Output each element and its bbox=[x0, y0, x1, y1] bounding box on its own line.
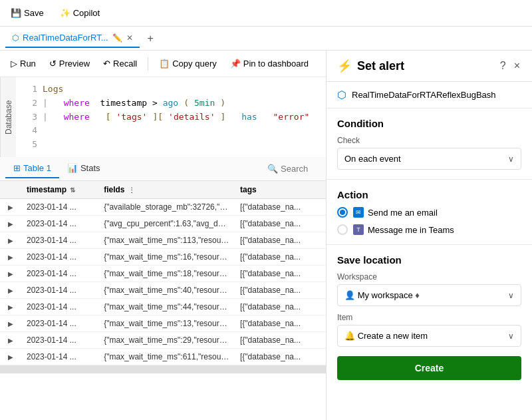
row-expand-icon[interactable]: ▶ bbox=[5, 253, 16, 262]
new-tab-button[interactable]: + bbox=[142, 30, 159, 47]
cell-tags: [{"database_na... bbox=[235, 248, 326, 265]
radio-teams[interactable]: T Message me in Teams bbox=[337, 224, 521, 235]
table-row: ▶ 2023-01-14 ... {"max_wait_time_ms":29,… bbox=[0, 331, 326, 348]
tab-icon: ⬡ bbox=[12, 33, 19, 43]
edit-tab-icon[interactable]: ✏️ bbox=[112, 33, 122, 43]
help-button[interactable]: ? bbox=[499, 59, 507, 73]
close-button[interactable]: × bbox=[513, 59, 521, 73]
col-tags[interactable]: tags bbox=[235, 181, 326, 199]
cell-tags: [{"database_na... bbox=[235, 198, 326, 215]
radio-teams-circle[interactable] bbox=[337, 224, 348, 235]
cell-tags: [{"database_na... bbox=[235, 315, 326, 331]
alert-lightning-icon: ⚡ bbox=[337, 59, 352, 73]
line-number: 4 bbox=[24, 124, 37, 138]
expand-cell[interactable]: ▶ bbox=[0, 215, 21, 232]
cell-fields: {"max_wait_time_ms":29,"resource_wait_..… bbox=[98, 331, 235, 348]
save-button[interactable]: 💾 Save bbox=[5, 5, 49, 21]
chevron-down-icon: ∨ bbox=[508, 154, 514, 164]
cell-fields: {"max_wait_time_ms":44,"resource_wait_..… bbox=[98, 298, 235, 315]
save-icon: 💾 bbox=[11, 8, 21, 18]
expand-cell[interactable]: ▶ bbox=[0, 265, 21, 282]
main-layout: ▷ Run ↺ Preview ↶ Recall 📋 Copy query 📌 … bbox=[0, 51, 532, 420]
code-line-2: 2 | where timestamp > ago(5min) bbox=[24, 97, 318, 110]
teams-icon: T bbox=[353, 224, 364, 235]
separator1 bbox=[148, 57, 148, 71]
row-expand-icon[interactable]: ▶ bbox=[5, 336, 16, 345]
tab-close-icon[interactable]: ✕ bbox=[126, 33, 133, 43]
col-timestamp[interactable]: timestamp ⇅ bbox=[21, 181, 98, 199]
expand-cell[interactable]: ▶ bbox=[0, 248, 21, 265]
create-button[interactable]: Create bbox=[337, 356, 521, 380]
expand-cell[interactable]: ▶ bbox=[0, 315, 21, 331]
expand-cell[interactable]: ▶ bbox=[0, 198, 21, 215]
tab-stats[interactable]: 📊 Stats bbox=[59, 159, 108, 178]
recall-button[interactable]: ↶ Recall bbox=[98, 56, 142, 71]
action-section: Action ✉ Send me an email T Message me i… bbox=[327, 180, 532, 235]
save-location-section: Save location Workspace 👤 My workspace ♦… bbox=[327, 245, 532, 347]
search-input[interactable] bbox=[281, 164, 321, 174]
cell-timestamp: 2023-01-14 ... bbox=[21, 348, 98, 365]
copy-query-button[interactable]: 📋 Copy query bbox=[154, 56, 221, 71]
pin-button[interactable]: 📌 Pin to dashboard bbox=[225, 56, 314, 71]
row-expand-icon[interactable]: ▶ bbox=[5, 303, 16, 312]
row-expand-icon[interactable]: ▶ bbox=[5, 220, 16, 228]
expand-cell[interactable]: ▶ bbox=[0, 282, 21, 298]
cell-timestamp: 2023-01-14 ... bbox=[21, 198, 98, 215]
resource-row: ⬡ RealTimeDataForRTAReflexBugBash bbox=[327, 82, 532, 108]
alert-header-icons: ? × bbox=[499, 59, 521, 73]
col-fields[interactable]: fields ⋮ bbox=[98, 181, 235, 199]
tab-table1[interactable]: ⊞ Table 1 bbox=[5, 159, 59, 178]
col-expand bbox=[0, 181, 21, 199]
run-button[interactable]: ▷ Run bbox=[5, 56, 41, 71]
cell-tags: [{"database_na... bbox=[235, 215, 326, 232]
preview-button[interactable]: ↺ Preview bbox=[44, 56, 95, 71]
expand-cell[interactable]: ▶ bbox=[0, 331, 21, 348]
search-icon: 🔍 bbox=[267, 164, 278, 174]
left-panel: ▷ Run ↺ Preview ↶ Recall 📋 Copy query 📌 … bbox=[0, 51, 326, 420]
cell-tags: [{"database_na... bbox=[235, 348, 326, 365]
row-expand-icon[interactable]: ▶ bbox=[5, 203, 16, 212]
row-expand-icon[interactable]: ▶ bbox=[5, 353, 16, 361]
tab-realtimedata[interactable]: ⬡ RealTimeDataForRT... ✏️ ✕ bbox=[5, 29, 140, 48]
radio-email-label: ✉ Send me an email bbox=[353, 207, 438, 218]
expand-cell[interactable]: ▶ bbox=[0, 232, 21, 248]
cell-timestamp: 2023-01-14 ... bbox=[21, 282, 98, 298]
code-token-ago: ago bbox=[163, 97, 178, 110]
copilot-button[interactable]: ✨ Copilot bbox=[55, 5, 105, 21]
code-token: | bbox=[43, 97, 48, 110]
check-select[interactable]: On each event ∨ bbox=[337, 148, 521, 170]
code-token-where: where bbox=[64, 110, 90, 124]
item-icon: 🔔 bbox=[344, 331, 355, 341]
editor-toolbar: ▷ Run ↺ Preview ↶ Recall 📋 Copy query 📌 … bbox=[0, 51, 326, 77]
code-editor[interactable]: 1 Logs 2 | where timestamp > ago(5min) 3… bbox=[16, 77, 326, 157]
expand-cell[interactable]: ▶ bbox=[0, 298, 21, 315]
resource-name: RealTimeDataForRTAReflexBugBash bbox=[352, 90, 496, 100]
table-row: ▶ 2023-01-14 ... {"max_wait_time_ms":16,… bbox=[0, 248, 326, 265]
table-header-row: timestamp ⇅ fields ⋮ tags bbox=[0, 181, 326, 199]
condition-title: Condition bbox=[337, 118, 521, 129]
radio-teams-label: T Message me in Teams bbox=[353, 224, 454, 235]
row-expand-icon[interactable]: ▶ bbox=[5, 236, 16, 245]
row-expand-icon[interactable]: ▶ bbox=[5, 319, 16, 328]
email-icon: ✉ bbox=[353, 207, 364, 218]
condition-section: Condition Check On each event ∨ bbox=[327, 108, 532, 170]
expand-cell[interactable]: ▶ bbox=[0, 348, 21, 365]
check-label: Check bbox=[337, 136, 521, 145]
save-location-title: Save location bbox=[337, 254, 521, 266]
radio-email[interactable]: ✉ Send me an email bbox=[337, 207, 521, 218]
radio-group: ✉ Send me an email T Message me in Teams bbox=[337, 207, 521, 235]
row-expand-icon[interactable]: ▶ bbox=[5, 270, 16, 278]
line-number: 3 bbox=[24, 110, 37, 124]
stats-icon: 📊 bbox=[67, 163, 78, 173]
cell-tags: [{"database_na... bbox=[235, 331, 326, 348]
item-select[interactable]: 🔔 Create a new item ∨ bbox=[337, 325, 521, 347]
radio-email-circle[interactable] bbox=[337, 207, 348, 218]
cell-fields: {"avg_cpu_percent":1.63,"avg_data_io_p..… bbox=[98, 215, 235, 232]
workspace-select[interactable]: 👤 My workspace ♦ ∨ bbox=[337, 284, 521, 306]
horizontal-scrollbar[interactable] bbox=[0, 365, 326, 373]
code-line-4: 4 bbox=[24, 124, 318, 138]
row-expand-icon[interactable]: ▶ bbox=[5, 286, 16, 295]
item-value: 🔔 Create a new item bbox=[344, 331, 428, 341]
check-value: On each event bbox=[344, 154, 401, 164]
cell-timestamp: 2023-01-14 ... bbox=[21, 248, 98, 265]
